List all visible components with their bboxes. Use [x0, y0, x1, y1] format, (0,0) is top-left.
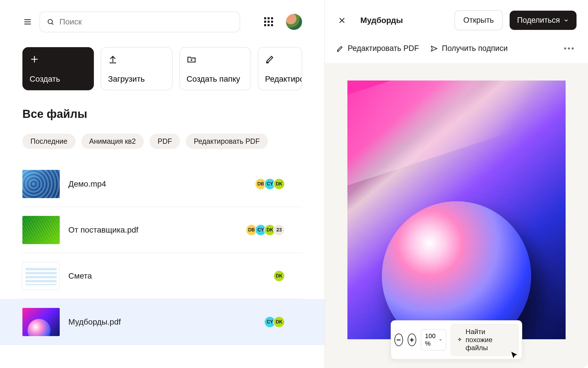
pencil-icon: [336, 45, 344, 52]
file-thumbnail: [22, 170, 60, 198]
share-button[interactable]: Поделиться: [510, 11, 577, 30]
search-icon: [47, 18, 54, 26]
file-collaborators: DB CY DK 23: [246, 224, 285, 236]
preview-toolbar: − + 100 % Найти похожие файлы: [390, 320, 522, 359]
create-button[interactable]: Создать: [22, 47, 94, 90]
file-row[interactable]: От поставщика.pdf DB CY DK 23: [22, 207, 302, 253]
chip-pdf[interactable]: PDF: [150, 134, 180, 149]
section-title: Все файлы: [0, 90, 324, 120]
file-name: Мудборды.pdf: [68, 317, 256, 327]
search-input[interactable]: [59, 17, 233, 26]
more-menu[interactable]: [561, 45, 577, 52]
zoom-in-button[interactable]: +: [407, 334, 416, 346]
file-row-selected[interactable]: Мудборды.pdf CY DK: [0, 299, 324, 345]
file-collaborators: CY DK: [264, 316, 285, 328]
cursor-icon: [510, 351, 519, 361]
avatar-badge: DK: [273, 178, 285, 190]
upload-icon: [108, 54, 165, 66]
folder-plus-icon: [187, 54, 244, 66]
create-folder-button[interactable]: Создать папку: [179, 47, 251, 90]
pencil-icon: [265, 54, 295, 66]
close-icon: [338, 16, 346, 24]
chevron-down-icon: [563, 18, 569, 23]
file-thumbnail: [22, 262, 60, 290]
avatar-badge: DK: [273, 316, 285, 328]
sparkle-icon: [457, 336, 462, 344]
find-similar-label: Найти похожие файлы: [466, 328, 512, 352]
open-button[interactable]: Открыть: [454, 10, 503, 30]
svg-line-4: [52, 23, 53, 24]
detail-title: Мудборды: [360, 16, 448, 25]
chip-animation[interactable]: Анимация кв2: [81, 134, 144, 149]
chip-recent[interactable]: Последние: [22, 134, 76, 149]
avatar-badge: DK: [273, 270, 285, 282]
avatar-more-count: 23: [273, 224, 285, 236]
create-label: Создать: [30, 74, 87, 84]
find-similar-button[interactable]: Найти похожие файлы: [451, 324, 519, 356]
edit-pdf-link[interactable]: Редактировать PDF: [336, 44, 419, 53]
plus-icon: [30, 54, 87, 66]
upload-button[interactable]: Загрузить: [101, 47, 172, 90]
file-row[interactable]: Смета DK: [22, 253, 302, 299]
search-field[interactable]: [40, 12, 240, 32]
preview-area: − + 100 % Найти похожие файлы: [325, 63, 588, 368]
get-signatures-link[interactable]: Получить подписи: [430, 44, 508, 53]
preview-image: [347, 80, 566, 339]
file-thumbnail: [22, 308, 60, 336]
edit-button[interactable]: Редактиро: [258, 47, 302, 90]
file-name: От поставщика.pdf: [68, 225, 237, 235]
file-collaborators: DB CY DK: [255, 178, 285, 190]
create-folder-label: Создать папку: [187, 74, 244, 84]
svg-point-3: [48, 19, 52, 24]
chip-edit-pdf[interactable]: Редактировать PDF: [186, 134, 268, 149]
chevron-down-icon: [439, 338, 442, 342]
upload-label: Загрузить: [108, 74, 165, 84]
get-signatures-label: Получить подписи: [442, 44, 508, 53]
zoom-value: 100 %: [425, 332, 437, 347]
file-thumbnail: [22, 216, 60, 244]
file-collaborators: DK: [273, 270, 285, 282]
user-avatar[interactable]: [286, 14, 302, 30]
file-row[interactable]: Демо.mp4 DB CY DK: [22, 161, 302, 207]
close-button[interactable]: [336, 15, 348, 26]
send-icon: [430, 45, 438, 52]
zoom-select[interactable]: 100 %: [421, 329, 446, 350]
file-name: Смета: [68, 271, 265, 281]
edit-label: Редактиро: [265, 74, 295, 84]
apps-grid-icon[interactable]: [264, 17, 273, 26]
zoom-out-button[interactable]: −: [394, 334, 403, 346]
file-name: Демо.mp4: [68, 179, 246, 189]
edit-pdf-label: Редактировать PDF: [348, 44, 419, 53]
share-label: Поделиться: [517, 16, 560, 25]
hamburger-menu[interactable]: [22, 17, 33, 27]
file-list: Демо.mp4 DB CY DK От поставщика.pdf DB C…: [0, 149, 324, 345]
